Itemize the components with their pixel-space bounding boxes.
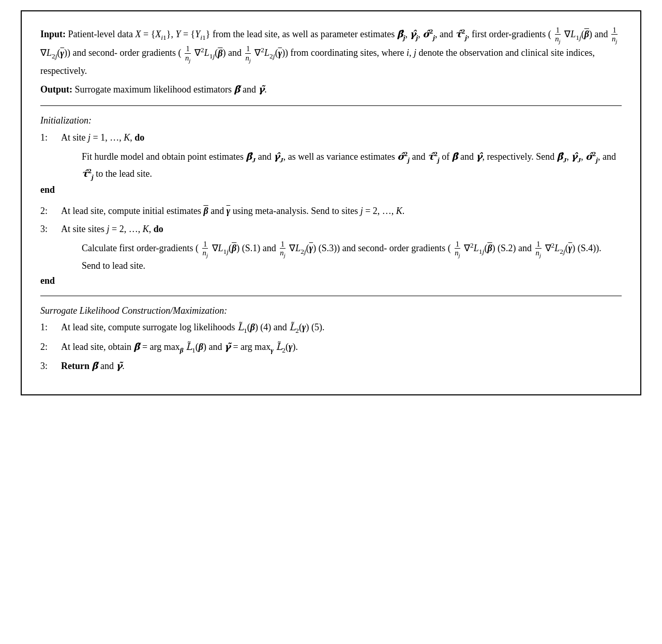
slc-step-3: 3: Return β̃ and γ̃. — [40, 359, 622, 374]
divider-1 — [40, 105, 622, 106]
init-step-1-body: Fit hurdle model and obtain point estima… — [82, 148, 622, 182]
input-label: Input: — [40, 29, 66, 39]
slc-step-1-content: At lead site, compute surrogate log like… — [61, 320, 622, 336]
slc-step-num-2: 2: — [40, 340, 61, 355]
output-section: Output: Surrogate maximum likelihood est… — [40, 82, 622, 97]
slc-step-num-3: 3: — [40, 359, 61, 374]
init-header: Initialization: — [40, 113, 622, 128]
step-3-content: At site sites j = 2, …, K, do — [61, 222, 622, 237]
slc-step-2-content: At lead site, obtain β̃ = arg maxβ L̃1(β… — [61, 340, 622, 356]
slc-step-1: 1: At lead site, compute surrogate log l… — [40, 320, 622, 336]
divider-2 — [40, 296, 622, 296]
step-1-content: At site j = 1, …, K, do — [61, 130, 622, 145]
init-step-3-body: Calculate first order-gradients ( 1nj ∇L… — [82, 240, 622, 273]
step-num-2: 2: — [40, 204, 61, 219]
input-section: Input: Patient-level data X = {Xi1}, Y =… — [40, 26, 622, 78]
init-section: Initialization: 1: At site j = 1, …, K, … — [40, 113, 622, 288]
init-step-1: 1: At site j = 1, …, K, do — [40, 130, 622, 145]
slc-section: Surrogate Likelihood Construction/Maximi… — [40, 303, 622, 374]
init-step-1-end: end — [40, 182, 622, 197]
slc-step-3-content: Return β̃ and γ̃. — [61, 359, 622, 374]
output-label: Output: — [40, 84, 72, 95]
step-num-3: 3: — [40, 222, 61, 237]
init-step-3: 3: At site sites j = 2, …, K, do — [40, 222, 622, 237]
init-step-3-end: end — [40, 273, 622, 288]
slc-step-2: 2: At lead site, obtain β̃ = arg maxβ L̃… — [40, 340, 622, 356]
algorithm-box: Input: Patient-level data X = {Xi1}, Y =… — [21, 10, 641, 395]
slc-step-num-1: 1: — [40, 320, 61, 335]
init-step-2: 2: At lead site, compute initial estimat… — [40, 204, 622, 219]
step-2-content: At lead site, compute initial estimates … — [61, 204, 622, 219]
step-num-1: 1: — [40, 130, 61, 145]
slc-header: Surrogate Likelihood Construction/Maximi… — [40, 303, 622, 318]
